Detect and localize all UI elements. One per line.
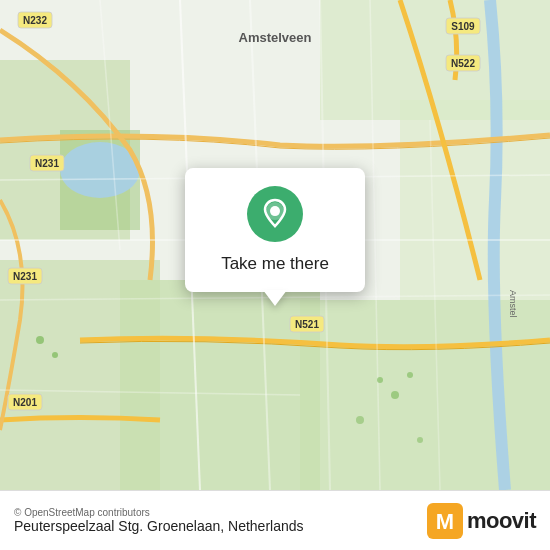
svg-text:Amstelveen: Amstelveen [239, 30, 312, 45]
map-container: Amstelveen N232 N231 N231 N521 N521 N201… [0, 0, 550, 490]
svg-text:N231: N231 [35, 158, 59, 169]
moovit-logo: M moovit [427, 503, 536, 539]
svg-point-24 [356, 416, 364, 424]
svg-text:N232: N232 [23, 15, 47, 26]
location-pin-icon [259, 198, 291, 230]
svg-text:N521: N521 [295, 319, 319, 330]
svg-point-25 [417, 437, 423, 443]
svg-point-21 [377, 377, 383, 383]
svg-text:Amstel: Amstel [508, 290, 518, 318]
svg-point-22 [391, 391, 399, 399]
svg-text:M: M [436, 509, 454, 534]
osm-credit: © OpenStreetMap contributors [14, 507, 304, 518]
svg-rect-3 [120, 280, 320, 490]
svg-text:S109: S109 [451, 21, 475, 32]
svg-point-19 [36, 336, 44, 344]
svg-text:N231: N231 [13, 271, 37, 282]
take-me-there-button[interactable]: Take me there [221, 254, 329, 274]
bottom-bar: © OpenStreetMap contributors Peuterspeel… [0, 490, 550, 550]
svg-point-23 [407, 372, 413, 378]
svg-point-20 [52, 352, 58, 358]
moovit-logo-icon: M [427, 503, 463, 539]
svg-rect-4 [300, 300, 550, 490]
location-icon [247, 186, 303, 242]
popup-card: Take me there [185, 168, 365, 292]
location-name: Peuterspeelzaal Stg. Groenelaan, Netherl… [14, 518, 304, 534]
svg-text:N522: N522 [451, 58, 475, 69]
svg-text:N201: N201 [13, 397, 37, 408]
moovit-text: moovit [467, 508, 536, 534]
svg-point-45 [270, 206, 280, 216]
bottom-left: © OpenStreetMap contributors Peuterspeel… [14, 507, 304, 534]
